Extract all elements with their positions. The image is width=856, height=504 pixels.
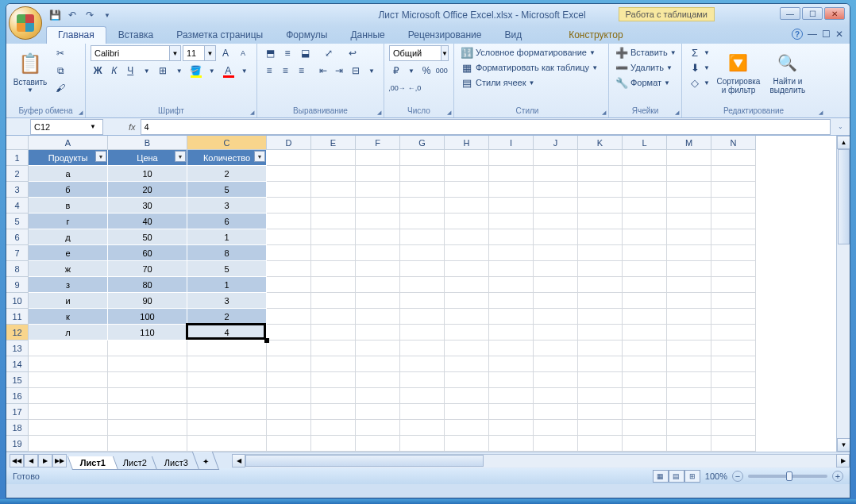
cell-E7[interactable] <box>311 245 356 261</box>
borders-drop[interactable]: ▼ <box>172 63 187 79</box>
cell-H6[interactable] <box>445 229 489 245</box>
cell-L18[interactable] <box>623 420 667 436</box>
cell-E11[interactable] <box>311 309 356 325</box>
cell-H5[interactable] <box>445 214 489 229</box>
cell-E4[interactable] <box>311 198 356 214</box>
cell-E1[interactable] <box>311 150 356 166</box>
cell-G5[interactable] <box>400 214 445 229</box>
cell-G6[interactable] <box>400 229 445 245</box>
cell-I13[interactable] <box>489 340 534 356</box>
cell-A19[interactable] <box>29 436 108 452</box>
borders-icon[interactable]: ⊞ <box>156 63 171 79</box>
cell-C7[interactable]: 8 <box>187 245 267 261</box>
cell-A14[interactable] <box>29 356 108 372</box>
cell-G10[interactable] <box>400 293 445 309</box>
cell-N5[interactable] <box>711 214 756 229</box>
cell-C9[interactable]: 1 <box>187 277 267 293</box>
cell-I12[interactable] <box>489 325 534 340</box>
cell-C16[interactable] <box>187 388 267 404</box>
cell-C17[interactable] <box>187 404 267 420</box>
align-left-icon[interactable]: ≡ <box>262 63 276 79</box>
cell-B14[interactable] <box>108 356 187 372</box>
cell-A10[interactable]: и <box>29 293 108 309</box>
cell-F8[interactable] <box>356 261 400 277</box>
cell-D1[interactable] <box>267 150 311 166</box>
cell-L6[interactable] <box>623 229 667 245</box>
row-header-5[interactable]: 5 <box>6 214 29 229</box>
cell-F2[interactable] <box>356 166 400 182</box>
find-select-button[interactable]: 🔍 Найти и выделить <box>765 45 810 99</box>
cell-H11[interactable] <box>445 309 489 325</box>
cell-N13[interactable] <box>711 340 756 356</box>
cell-E10[interactable] <box>311 293 356 309</box>
filter-icon[interactable]: ▼ <box>254 151 265 162</box>
cell-L14[interactable] <box>623 356 667 372</box>
underline-drop[interactable]: ▼ <box>140 63 155 79</box>
cell-C12[interactable]: 4 <box>187 325 267 340</box>
cell-J13[interactable] <box>534 340 578 356</box>
cell-F1[interactable] <box>356 150 400 166</box>
cell-G9[interactable] <box>400 277 445 293</box>
cell-B19[interactable] <box>108 436 187 452</box>
cell-C3[interactable]: 5 <box>187 182 267 198</box>
cell-C1[interactable]: Количество▼ <box>187 150 267 166</box>
cell-L16[interactable] <box>623 388 667 404</box>
cell-I7[interactable] <box>489 245 534 261</box>
row-header-10[interactable]: 10 <box>6 293 29 309</box>
row-header-17[interactable]: 17 <box>6 404 29 420</box>
cell-N7[interactable] <box>711 245 756 261</box>
dec-decimal-icon[interactable]: ←,0 <box>407 80 422 96</box>
indent-inc-icon[interactable]: ⇥ <box>332 63 346 79</box>
cell-N14[interactable] <box>711 356 756 372</box>
next-sheet-icon[interactable]: ▶ <box>38 454 52 467</box>
scroll-down-icon[interactable]: ▼ <box>837 438 850 452</box>
cell-C5[interactable]: 6 <box>187 214 267 229</box>
cell-D18[interactable] <box>267 420 311 436</box>
cell-G2[interactable] <box>400 166 445 182</box>
row-header-16[interactable]: 16 <box>6 388 29 404</box>
cell-H9[interactable] <box>445 277 489 293</box>
cell-M6[interactable] <box>667 229 711 245</box>
cell-A12[interactable]: л <box>29 325 108 340</box>
underline-icon[interactable]: Ч <box>123 63 138 79</box>
cell-E8[interactable] <box>311 261 356 277</box>
cell-D2[interactable] <box>267 166 311 182</box>
cell-N10[interactable] <box>711 293 756 309</box>
cell-N1[interactable] <box>711 150 756 166</box>
name-box-input[interactable] <box>31 122 87 132</box>
row-header-9[interactable]: 9 <box>6 277 29 293</box>
cell-C13[interactable] <box>187 340 267 356</box>
cell-D16[interactable] <box>267 388 311 404</box>
cell-E12[interactable] <box>311 325 356 340</box>
filter-icon[interactable]: ▼ <box>95 151 106 162</box>
cell-I17[interactable] <box>489 404 534 420</box>
cell-C19[interactable] <box>187 436 267 452</box>
cell-N19[interactable] <box>711 436 756 452</box>
cell-M8[interactable] <box>667 261 711 277</box>
cell-L12[interactable] <box>623 325 667 340</box>
cell-M1[interactable] <box>667 150 711 166</box>
cell-L5[interactable] <box>623 214 667 229</box>
cell-D5[interactable] <box>267 214 311 229</box>
grid[interactable]: ABCDEFGHIJKLMN12345678910111213141516171… <box>6 136 850 452</box>
cell-M3[interactable] <box>667 182 711 198</box>
cell-J14[interactable] <box>534 356 578 372</box>
cell-G7[interactable] <box>400 245 445 261</box>
cell-J2[interactable] <box>534 166 578 182</box>
cell-H15[interactable] <box>445 372 489 388</box>
cell-N17[interactable] <box>711 404 756 420</box>
normal-view-icon[interactable]: ▦ <box>653 470 669 483</box>
filter-icon[interactable]: ▼ <box>175 151 186 162</box>
cell-N9[interactable] <box>711 277 756 293</box>
merge-icon[interactable]: ⊟ <box>349 63 363 79</box>
cell-K13[interactable] <box>578 340 623 356</box>
cell-E6[interactable] <box>311 229 356 245</box>
cell-B1[interactable]: Цена▼ <box>108 150 187 166</box>
cell-G18[interactable] <box>400 420 445 436</box>
cell-L1[interactable] <box>623 150 667 166</box>
cell-G11[interactable] <box>400 309 445 325</box>
help-icon[interactable]: ? <box>792 29 803 40</box>
font-size-dropdown-icon[interactable]: ▼ <box>205 45 216 61</box>
col-header-L[interactable]: L <box>623 136 667 150</box>
tab-pagelayout[interactable]: Разметка страницы <box>165 27 274 44</box>
